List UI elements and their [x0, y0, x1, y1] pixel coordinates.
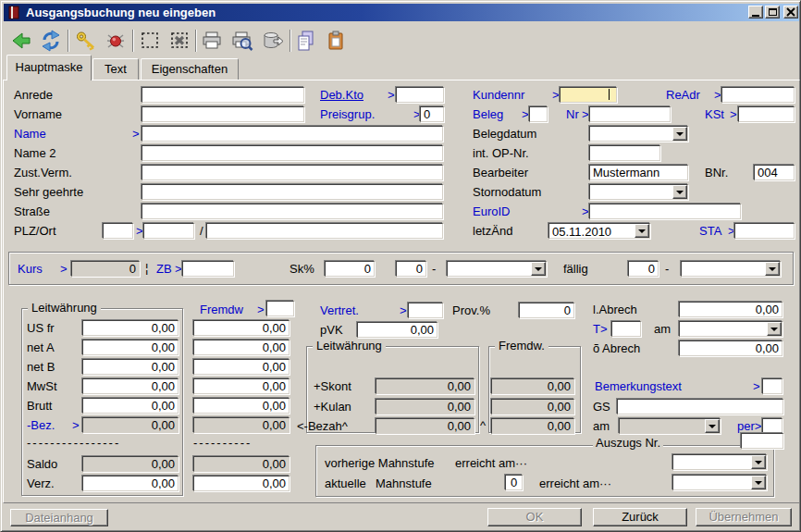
print-button[interactable] [199, 28, 225, 54]
bearbeiter-field[interactable] [589, 165, 688, 180]
vorname-field[interactable] [142, 106, 304, 122]
copy-button[interactable] [293, 28, 319, 54]
tab-hauptmaske[interactable]: Hauptmaske [6, 55, 92, 80]
key-button[interactable] [73, 28, 99, 54]
mahnstufe-field[interactable] [505, 475, 523, 490]
letzaend-combo[interactable]: 05.11.2010 [548, 223, 650, 239]
stornodatum-combo[interactable] [589, 184, 688, 200]
bnr-field[interactable] [754, 165, 795, 180]
sk2-field[interactable] [396, 261, 426, 277]
beleg-field[interactable] [529, 106, 548, 122]
us-fr-leit-field[interactable] [82, 320, 179, 336]
dropdown-button[interactable] [531, 262, 546, 276]
t-field[interactable] [611, 321, 641, 337]
vertret-field[interactable] [408, 303, 443, 318]
sk1-field[interactable] [325, 261, 375, 277]
saldo-leit-field[interactable] [82, 456, 179, 472]
re-adr-field[interactable] [721, 87, 795, 103]
dateianhang-button[interactable]: Dateianhang [10, 509, 108, 526]
mwst-leit-field[interactable] [82, 378, 179, 394]
mwst-fremd-field[interactable] [193, 378, 290, 394]
title-bar[interactable]: Ausgangsbuchung neu eingeben [4, 4, 799, 21]
brutt-leit-field[interactable] [82, 398, 179, 414]
net-a-fremd-field[interactable] [193, 340, 290, 355]
dropdown-button[interactable] [635, 224, 649, 238]
dropdown-button[interactable] [672, 185, 687, 199]
zust-verm-field[interactable] [142, 165, 443, 180]
gs-field[interactable] [617, 399, 783, 414]
skont-leit-field[interactable] [376, 378, 474, 394]
net-b-fremd-field[interactable] [193, 359, 290, 375]
o-abrech-field[interactable] [679, 340, 783, 356]
print-preview-button[interactable] [229, 28, 255, 54]
refresh-button[interactable] [38, 28, 64, 54]
tab-text[interactable]: Text [92, 58, 139, 80]
aktuelle-erreicht-combo[interactable] [672, 475, 767, 490]
bez-fremd-field[interactable] [193, 417, 290, 433]
plz-field[interactable] [143, 223, 194, 239]
kst-field[interactable] [738, 106, 795, 122]
verz-leit-field[interactable] [82, 476, 179, 491]
kurs-field[interactable] [71, 261, 140, 277]
us-fr-fremd-field[interactable] [193, 320, 290, 336]
name2-field[interactable] [142, 145, 443, 161]
uebernehmen-button[interactable]: Übernehmen [696, 508, 792, 526]
skont-fremd-field[interactable] [491, 378, 574, 394]
int-op-nr-field[interactable] [589, 145, 660, 161]
tab-eigenschaften[interactable]: Eigenschaften [141, 58, 239, 80]
clear-selection-button[interactable] [166, 28, 192, 54]
auszugs-nr-field[interactable] [741, 433, 783, 449]
sta-field[interactable] [734, 223, 795, 239]
sk-datum-combo[interactable] [447, 261, 547, 277]
paste-button[interactable] [323, 28, 349, 54]
ort-field[interactable] [206, 223, 443, 239]
belegdatum-combo[interactable] [589, 126, 688, 142]
preisgrup-field[interactable] [420, 106, 444, 122]
gs-am-combo[interactable] [619, 418, 721, 434]
nr-field[interactable] [589, 106, 671, 122]
sehr-geehrte-field[interactable] [142, 184, 443, 200]
zurueck-button[interactable]: Zurück [593, 508, 687, 526]
saldo-fremd-field[interactable] [193, 456, 290, 472]
plz-kennz-field[interactable] [103, 223, 133, 239]
pvk-field[interactable] [357, 322, 437, 338]
close-button[interactable] [783, 6, 798, 19]
export-button[interactable] [260, 28, 286, 54]
zb-field[interactable] [182, 261, 234, 277]
dropdown-button[interactable] [672, 127, 687, 141]
faellig-field[interactable] [628, 261, 659, 277]
deb-kto-field[interactable] [396, 87, 444, 103]
net-a-leit-field[interactable] [82, 340, 179, 355]
prov-field[interactable] [519, 303, 574, 318]
kulan-leit-field[interactable] [376, 399, 474, 414]
dropdown-button[interactable] [765, 262, 780, 276]
brutt-fremd-field[interactable] [193, 398, 290, 414]
back-button[interactable] [8, 28, 34, 54]
bez-leit-field[interactable] [82, 417, 179, 433]
dropdown-button[interactable] [751, 455, 766, 469]
minimize-button[interactable] [748, 6, 763, 19]
verz-fremd-field[interactable] [193, 476, 290, 491]
t-am-combo[interactable] [679, 321, 783, 337]
fremdw-field[interactable] [266, 301, 294, 316]
euroid-field[interactable] [589, 204, 741, 219]
dropdown-button[interactable] [767, 322, 782, 336]
per-field[interactable] [762, 418, 783, 434]
maximize-button[interactable] [765, 6, 780, 19]
ok-button[interactable]: OK [487, 508, 582, 526]
dropdown-button[interactable] [705, 419, 720, 433]
bug-button[interactable] [103, 28, 129, 54]
l-abrech-field[interactable] [679, 302, 783, 317]
net-b-leit-field[interactable] [82, 359, 179, 375]
anrede-field[interactable] [142, 87, 304, 103]
bezah-leit-field[interactable] [376, 418, 474, 434]
faellig-datum-combo[interactable] [681, 261, 781, 277]
bemerkungstext-field[interactable] [762, 378, 783, 394]
name-field[interactable] [142, 126, 443, 142]
strasse-field[interactable] [142, 204, 443, 219]
bezah-fremd-field[interactable] [491, 418, 574, 434]
kulan-fremd-field[interactable] [491, 399, 574, 414]
deb-kto-link[interactable]: Deb.Kto [320, 89, 364, 102]
vorherige-erreicht-combo[interactable] [672, 454, 767, 470]
dropdown-button[interactable] [751, 476, 766, 489]
